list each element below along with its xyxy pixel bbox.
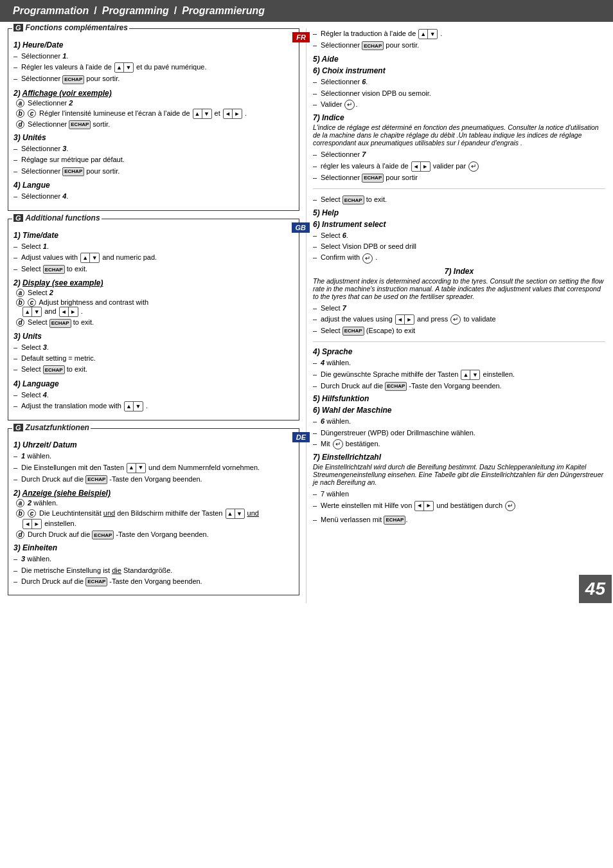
- fr-heading: Fonctions complémentaires: [26, 23, 128, 32]
- gb-item7-title: 7) Index: [313, 267, 605, 276]
- de-item-3-1: 3 wählen.: [13, 554, 294, 565]
- de-item-1-3: Durch Druck auf die ECHAP -Taste den Vor…: [13, 474, 294, 485]
- fr-item-1-2: Régler les valeurs à l'aide de ▲▼ et du …: [13, 62, 294, 73]
- fr-item-4-1: Sélectionner 4.: [13, 191, 294, 202]
- fr-title-1: 1) Heure/Date: [13, 41, 294, 50]
- fr-subsection-1: 1) Heure/Date Sélectionner 1. Régler les…: [13, 41, 294, 85]
- fr-title-4: 4) Langue: [13, 181, 294, 190]
- de-item6-title: 6) Wahl der Maschine: [313, 406, 605, 415]
- de-item-1-2: Die Einstellungen mit den Tasten ▲▼ und …: [13, 462, 294, 474]
- gb-item7-3: Select ECHAP (Escape) to exit: [313, 325, 605, 336]
- gb-indice-body: The adjustment index is determined accor…: [313, 277, 605, 300]
- de-section: G Zusatzfunktionen 1) Uhrzeit/ Datum 1 w…: [8, 428, 299, 595]
- fr-item7-1: Sélectionner 7: [313, 149, 605, 160]
- de-anzeige-b: b c Die Leuchtintensität und den Bildsch…: [13, 509, 294, 529]
- de-item7-1: 7 wählen: [313, 489, 605, 500]
- de-item-3-2: Die metrische Einstellung ist die Standa…: [13, 565, 294, 576]
- fr-affichage-a: a Sélectionner 2: [13, 99, 294, 107]
- de-item7-3: Menü verlassen mit ECHAP.: [313, 514, 605, 525]
- header-title-de: Programmierung: [182, 5, 265, 17]
- gb-item-4-1: Select 4.: [13, 390, 294, 401]
- fr-subsection-4: 4) Langue Sélectionner 4.: [13, 181, 294, 202]
- gb-right-1: Select ECHAP to exit.: [313, 194, 605, 205]
- fr-item-1-3: Sélectionner ECHAP pour sortir.: [13, 73, 294, 84]
- fr-g-badge: G: [13, 24, 23, 32]
- fr-title-2: 2) Affichage (voir exemple): [13, 89, 294, 98]
- fr-item7-title: 7) Indice: [313, 113, 605, 122]
- de-subsection-2: 2) Anzeige (siehe Beispiel) a 2 wählen. …: [13, 489, 294, 539]
- de-g-badge: G: [13, 424, 23, 431]
- de-item4-1: 4 wählen.: [313, 357, 605, 368]
- gb-display-a: a Select 2: [13, 289, 294, 297]
- gb-title-2: 2) Display (see example): [13, 278, 294, 287]
- fr-affichage-b: b c Régler l'intensité lumineuse et l'éc…: [13, 109, 294, 119]
- gb-lang-tab: GB: [292, 222, 310, 233]
- gb-item-1-3: Select ECHAP to exit.: [13, 264, 294, 275]
- gb-subsection-4: 4) Language Select 4. Adjust the transla…: [13, 379, 294, 412]
- de-right-content: 4) Sprache 4 wählen. Die gewünschte Spra…: [313, 347, 605, 525]
- gb-item-3-3: Select ECHAP to exit.: [13, 364, 294, 375]
- gb-item7-2: adjust the values using ◄► and press ↵ t…: [313, 314, 605, 325]
- de-anzeige-a: a 2 wählen.: [13, 499, 294, 507]
- gb-item6-2: Select Vision DPB or seed drill: [313, 241, 605, 252]
- de-title-3: 3) Einheiten: [13, 543, 294, 552]
- fr-indice-body: L'indice de réglage est déterminé en fon…: [313, 123, 605, 147]
- gb-title-3: 3) Units: [13, 332, 294, 341]
- fr-item6-title: 6) Choix instrument: [313, 66, 605, 75]
- fr-right-2: Sélectionner ECHAP pour sortir.: [313, 40, 605, 51]
- gb-title-1: 1) Time/date: [13, 231, 294, 240]
- de-heading: Zusatzfunktionen: [26, 423, 89, 432]
- gb-item-4-2: Adjust the translation mode with ▲▼ .: [13, 401, 294, 412]
- fr-right-content: Régler la traduction à l'aide de ▲▼ . Sé…: [313, 28, 605, 189]
- gb-subsection-2: 2) Display (see example) a Select 2 b c …: [13, 278, 294, 327]
- gb-subsection-1: 1) Time/date Select 1. Adjust values wit…: [13, 231, 294, 275]
- fr-item7-2: régler les valeurs à l'aide de ◄► valide…: [313, 161, 605, 172]
- fr-item5-title: 5) Aide: [313, 55, 605, 64]
- fr-right-1: Régler la traduction à l'aide de ▲▼ .: [313, 28, 605, 40]
- de-richtzahl-body: Die Einstellrichtzahl wird durch die Ber…: [313, 463, 605, 486]
- de-anzeige-d: d Durch Druck auf die ECHAP -Taste den V…: [13, 530, 294, 539]
- gb-item6-3: Confirm with ↵ .: [313, 252, 605, 264]
- de-item-3-3: Durch Druck auf die ECHAP -Taste den Vor…: [13, 576, 294, 587]
- de-item7-title: 7) Einstellrichtzahl: [313, 453, 605, 462]
- fr-lang-tab: FR: [292, 32, 310, 42]
- gb-heading: Additional functions: [26, 213, 100, 222]
- de-title-1: 1) Uhrzeit/ Datum: [13, 440, 294, 449]
- gb-item-1-2: Adjust values with ▲▼ and numeric pad.: [13, 252, 294, 264]
- header-sep-2: /: [174, 5, 177, 17]
- fr-item6-3: Valider ↵.: [313, 99, 605, 111]
- fr-subsection-2: 2) Affichage (voir exemple) a Sélectionn…: [13, 89, 294, 129]
- gb-section: G Additional functions 1) Time/date Sele…: [8, 219, 299, 421]
- fr-item-3-2: Réglage sur métrique par défaut.: [13, 154, 294, 165]
- de-title-2: 2) Anzeige (siehe Beispiel): [13, 489, 294, 498]
- de-subsection-3: 3) Einheiten 3 wählen. Die metrische Ein…: [13, 543, 294, 587]
- de-item6-1: 6 wählen.: [313, 416, 605, 427]
- gb-item7-1: Select 7: [313, 303, 605, 314]
- de-item4-title: 4) Sprache: [313, 347, 605, 356]
- de-item5-title: 5) Hilfsfunktion: [313, 394, 605, 403]
- fr-title-3: 3) Unités: [13, 133, 294, 142]
- fr-item6-2: Sélectionner vision DPB ou semoir.: [313, 88, 605, 99]
- fr-item6-1: Sélectionner 6.: [313, 77, 605, 87]
- de-item4-2: Die gewünschte Sprache mithilfe der Tast…: [313, 369, 605, 381]
- gb-item5-title: 5) Help: [313, 208, 605, 217]
- de-item7-2: Werte einstellen mit Hilfe von ◄► und be…: [313, 500, 605, 512]
- header-sep-1: /: [94, 5, 96, 17]
- header-title-fr: Programmation: [13, 5, 89, 17]
- de-item6-2: Düngerstreuer (WPB) oder Drillmaschine w…: [313, 428, 605, 439]
- de-subsection-1: 1) Uhrzeit/ Datum 1 wählen. Die Einstell…: [13, 440, 294, 485]
- fr-item-3-1: Sélectionner 3.: [13, 143, 294, 154]
- de-lang-tab: DE: [292, 432, 310, 442]
- fr-section: G Fonctions complémentaires 1) Heure/Dat…: [8, 28, 299, 211]
- fr-subsection-3: 3) Unités Sélectionner 3. Réglage sur mé…: [13, 133, 294, 177]
- page-header: Programmation / Programming / Programmie…: [0, 0, 613, 22]
- gb-right-content: Select ECHAP to exit. 5) Help 6) Instrum…: [313, 194, 605, 342]
- gb-title-4: 4) Language: [13, 379, 294, 388]
- de-item4-3: Durch Druck auf die ECHAP -Taste den Vor…: [313, 381, 605, 392]
- fr-item-1-1: Sélectionner 1.: [13, 51, 294, 62]
- de-item-1-1: 1 wählen.: [13, 451, 294, 462]
- page-number: 45: [579, 575, 612, 603]
- gb-item6-title: 6) Instrument select: [313, 220, 605, 229]
- gb-item-3-2: Default setting = metric.: [13, 353, 294, 364]
- gb-g-badge: G: [13, 214, 23, 222]
